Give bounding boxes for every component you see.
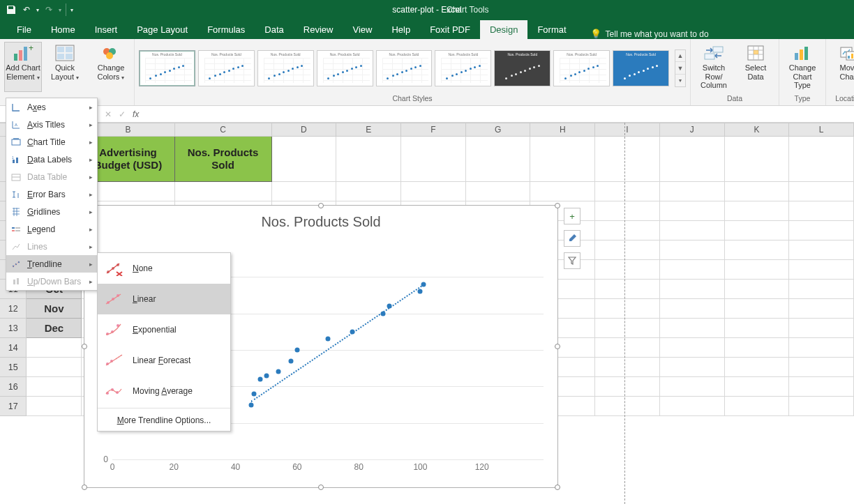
redo-icon[interactable]: ↷ (43, 4, 54, 15)
menu-item-gridlines[interactable]: Gridlines▸ (6, 203, 97, 220)
save-icon[interactable] (6, 4, 17, 15)
change-colors-button[interactable]: Change Colors ▾ (92, 42, 130, 92)
cell-month[interactable]: Nov (27, 299, 82, 319)
redo-caret-icon[interactable]: ▾ (59, 7, 61, 13)
menu-item-trendline[interactable]: Trendline▸ (6, 255, 97, 273)
chart-title[interactable]: Nos. Products Sold (84, 214, 557, 230)
trendline[interactable] (250, 284, 424, 402)
column-header-C[interactable]: C (175, 123, 272, 136)
chart-styles-gallery[interactable]: Nos. Products SoldNos. Products SoldNos.… (139, 49, 669, 88)
row-header[interactable]: 14 (0, 338, 27, 358)
chart-style-thumb[interactable]: Nos. Products Sold (376, 50, 433, 86)
cell-month[interactable]: Dec (27, 319, 82, 338)
svg-line-66 (116, 355, 122, 359)
add-chart-element-button[interactable]: + Add Chart Element ▾ (4, 42, 42, 92)
column-header-H[interactable]: H (530, 123, 595, 136)
chart-style-thumb[interactable]: Nos. Products Sold (435, 50, 491, 86)
chart-styles-button[interactable] (564, 230, 580, 247)
chart-style-thumb[interactable]: Nos. Products Sold (317, 50, 373, 86)
trendline-option-none[interactable]: None (98, 253, 230, 284)
data-point[interactable] (252, 391, 257, 396)
menu-item-data-labels[interactable]: 1Data Labels▸ (6, 151, 97, 168)
trendline-option-moving-average[interactable]: Moving Average (98, 376, 230, 406)
select-data-button[interactable]: Select Data (737, 42, 774, 92)
undo-icon[interactable]: ↶ (21, 4, 32, 15)
tab-insert[interactable]: Insert (85, 20, 128, 39)
menu-item-axis-titles[interactable]: AAxis Titles▸ (6, 116, 97, 133)
column-header-G[interactable]: G (466, 123, 531, 136)
chart-style-thumb[interactable]: Nos. Products Sold (139, 50, 195, 86)
column-header-D[interactable]: D (272, 123, 337, 136)
undo-caret-icon[interactable]: ▾ (36, 7, 39, 13)
data-point[interactable] (257, 376, 262, 381)
move-chart-button[interactable]: Move Chart (830, 42, 854, 92)
more-trendline-options[interactable]: More Trendline Options... (98, 410, 230, 431)
tab-format[interactable]: Format (527, 20, 576, 39)
row-header[interactable]: 15 (0, 358, 27, 377)
customize-qat-icon[interactable]: ▾ (70, 7, 73, 13)
chart-style-thumb[interactable]: Nos. Products Sold (494, 50, 550, 86)
chart-style-thumb[interactable]: Nos. Products Sold (198, 50, 255, 86)
menu-item-chart-title[interactable]: Chart Title▸ (6, 133, 97, 151)
error-bars-icon (10, 189, 22, 200)
expand-gallery-icon[interactable]: ▼ (675, 75, 685, 86)
tab-view[interactable]: View (343, 20, 382, 39)
row-header[interactable]: 17 (0, 397, 27, 416)
fx-icon[interactable]: fx (133, 109, 139, 119)
data-point[interactable] (248, 402, 253, 407)
menu-item-legend[interactable]: Legend▸ (6, 220, 97, 238)
data-point[interactable] (294, 348, 299, 353)
column-header-E[interactable]: E (336, 123, 401, 136)
submenu-arrow-icon: ▸ (89, 156, 93, 163)
cancel-icon[interactable]: ✕ (105, 109, 112, 119)
data-point[interactable] (276, 369, 281, 374)
chart-style-thumb[interactable]: Nos. Products Sold (553, 50, 610, 86)
data-point[interactable] (418, 289, 423, 294)
tab-review[interactable]: Review (294, 20, 343, 39)
tab-file[interactable]: File (7, 20, 41, 39)
tab-home[interactable]: Home (41, 20, 85, 39)
up-down-bars-icon (10, 276, 22, 287)
tab-formulas[interactable]: Formulas (197, 20, 255, 39)
change-chart-type-button[interactable]: Change Chart Type (784, 42, 821, 92)
chart-filters-button[interactable] (564, 252, 580, 269)
cell-header-c[interactable]: Nos. Products Sold (175, 137, 272, 182)
trendline-option-linear[interactable]: Linear (98, 284, 230, 314)
chart-style-thumb[interactable]: Nos. Products Sold (613, 50, 669, 86)
tab-foxit-pdf[interactable]: Foxit PDF (420, 20, 480, 39)
menu-item-error-bars[interactable]: Error Bars▸ (6, 185, 97, 203)
scroll-down-icon[interactable]: ▼ (675, 62, 685, 75)
tab-page-layout[interactable]: Page Layout (127, 20, 197, 39)
menu-item-axes[interactable]: Axes▸ (6, 98, 97, 116)
enter-icon[interactable]: ✓ (119, 109, 126, 119)
quick-access-toolbar: ↶ ▾ ↷ ▾ ▾ (0, 0, 79, 20)
column-headers[interactable]: ABCDEFGHIJKL (0, 123, 854, 137)
data-point[interactable] (326, 337, 331, 342)
column-header-F[interactable]: F (401, 123, 466, 136)
column-header-K[interactable]: K (725, 123, 790, 136)
scroll-up-icon[interactable]: ▲ (675, 50, 685, 63)
tab-data[interactable]: Data (255, 20, 293, 39)
quick-layout-button[interactable]: Quick Layout ▾ (46, 42, 84, 92)
column-header-I[interactable]: I (595, 123, 660, 136)
row-header[interactable]: 12 (0, 299, 27, 319)
chart-elements-button[interactable]: + (564, 208, 580, 224)
trendline-option-exponential[interactable]: Exponential (98, 314, 230, 345)
chart-styles-scroll[interactable]: ▲ ▼ ▼ (675, 49, 686, 87)
formula-bar: ✕ ✓ fx (0, 106, 854, 123)
data-point[interactable] (264, 373, 269, 378)
row-header[interactable]: 13 (0, 319, 27, 338)
row-header[interactable]: 16 (0, 377, 27, 397)
tab-help[interactable]: Help (382, 20, 420, 39)
tell-me-search[interactable]: 💡 Tell me what you want to do (590, 29, 709, 39)
chart-style-thumb[interactable]: Nos. Products Sold (257, 50, 314, 86)
formula-input[interactable] (146, 106, 854, 122)
menu-item-data-table: Data Table▸ (6, 168, 97, 185)
tab-design[interactable]: Design (480, 20, 527, 39)
switch-row-column-button[interactable]: Switch Row/ Column (695, 42, 733, 92)
column-header-L[interactable]: L (789, 123, 854, 136)
trendline-option-linear-forecast[interactable]: Linear Forecast (98, 345, 230, 376)
column-header-J[interactable]: J (660, 123, 725, 136)
trendline-option-label: Linear Forecast (133, 356, 190, 365)
data-point[interactable] (289, 358, 294, 363)
